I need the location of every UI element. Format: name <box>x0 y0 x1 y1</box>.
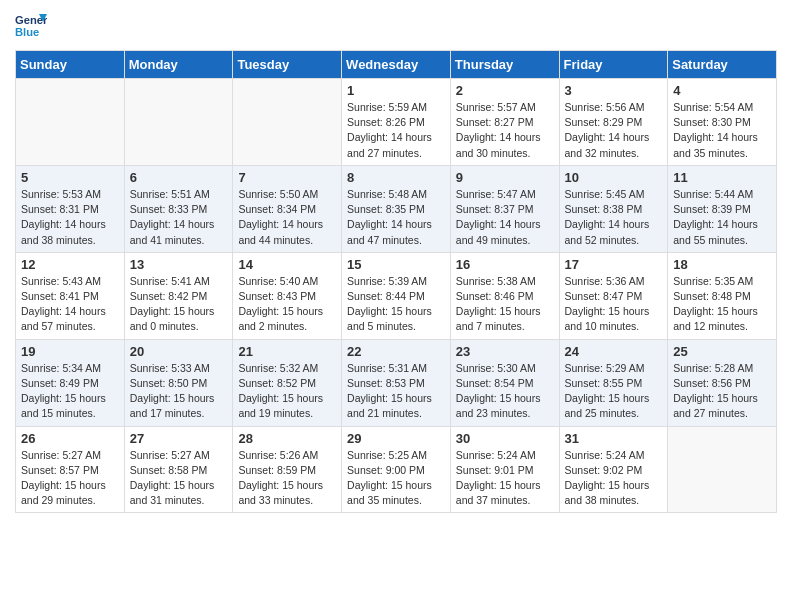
calendar-cell: 16Sunrise: 5:38 AMSunset: 8:46 PMDayligh… <box>450 252 559 339</box>
day-info: Sunrise: 5:38 AMSunset: 8:46 PMDaylight:… <box>456 274 554 335</box>
day-info: Sunrise: 5:27 AMSunset: 8:57 PMDaylight:… <box>21 448 119 509</box>
calendar-cell: 25Sunrise: 5:28 AMSunset: 8:56 PMDayligh… <box>668 339 777 426</box>
day-info: Sunrise: 5:36 AMSunset: 8:47 PMDaylight:… <box>565 274 663 335</box>
day-number: 14 <box>238 257 336 272</box>
day-number: 15 <box>347 257 445 272</box>
day-number: 13 <box>130 257 228 272</box>
calendar-cell: 3Sunrise: 5:56 AMSunset: 8:29 PMDaylight… <box>559 79 668 166</box>
day-number: 12 <box>21 257 119 272</box>
day-number: 6 <box>130 170 228 185</box>
calendar-cell: 12Sunrise: 5:43 AMSunset: 8:41 PMDayligh… <box>16 252 125 339</box>
calendar-cell: 27Sunrise: 5:27 AMSunset: 8:58 PMDayligh… <box>124 426 233 513</box>
day-info: Sunrise: 5:54 AMSunset: 8:30 PMDaylight:… <box>673 100 771 161</box>
day-of-week-header: Saturday <box>668 51 777 79</box>
day-info: Sunrise: 5:28 AMSunset: 8:56 PMDaylight:… <box>673 361 771 422</box>
day-number: 10 <box>565 170 663 185</box>
calendar-cell: 28Sunrise: 5:26 AMSunset: 8:59 PMDayligh… <box>233 426 342 513</box>
day-info: Sunrise: 5:48 AMSunset: 8:35 PMDaylight:… <box>347 187 445 248</box>
day-info: Sunrise: 5:41 AMSunset: 8:42 PMDaylight:… <box>130 274 228 335</box>
calendar-cell <box>233 79 342 166</box>
day-number: 20 <box>130 344 228 359</box>
calendar-cell: 20Sunrise: 5:33 AMSunset: 8:50 PMDayligh… <box>124 339 233 426</box>
calendar-cell: 24Sunrise: 5:29 AMSunset: 8:55 PMDayligh… <box>559 339 668 426</box>
calendar-week-row: 5Sunrise: 5:53 AMSunset: 8:31 PMDaylight… <box>16 165 777 252</box>
day-number: 11 <box>673 170 771 185</box>
day-info: Sunrise: 5:25 AMSunset: 9:00 PMDaylight:… <box>347 448 445 509</box>
svg-text:Blue: Blue <box>15 26 39 38</box>
logo: General Blue <box>15 10 47 42</box>
calendar-cell <box>124 79 233 166</box>
day-info: Sunrise: 5:32 AMSunset: 8:52 PMDaylight:… <box>238 361 336 422</box>
day-info: Sunrise: 5:24 AMSunset: 9:01 PMDaylight:… <box>456 448 554 509</box>
calendar-cell: 7Sunrise: 5:50 AMSunset: 8:34 PMDaylight… <box>233 165 342 252</box>
calendar-cell: 2Sunrise: 5:57 AMSunset: 8:27 PMDaylight… <box>450 79 559 166</box>
calendar-cell: 22Sunrise: 5:31 AMSunset: 8:53 PMDayligh… <box>342 339 451 426</box>
day-info: Sunrise: 5:34 AMSunset: 8:49 PMDaylight:… <box>21 361 119 422</box>
day-of-week-header: Sunday <box>16 51 125 79</box>
day-info: Sunrise: 5:47 AMSunset: 8:37 PMDaylight:… <box>456 187 554 248</box>
day-info: Sunrise: 5:30 AMSunset: 8:54 PMDaylight:… <box>456 361 554 422</box>
calendar-week-row: 1Sunrise: 5:59 AMSunset: 8:26 PMDaylight… <box>16 79 777 166</box>
calendar-week-row: 19Sunrise: 5:34 AMSunset: 8:49 PMDayligh… <box>16 339 777 426</box>
calendar-cell: 5Sunrise: 5:53 AMSunset: 8:31 PMDaylight… <box>16 165 125 252</box>
day-info: Sunrise: 5:56 AMSunset: 8:29 PMDaylight:… <box>565 100 663 161</box>
day-number: 24 <box>565 344 663 359</box>
calendar-header-row: SundayMondayTuesdayWednesdayThursdayFrid… <box>16 51 777 79</box>
calendar-cell: 13Sunrise: 5:41 AMSunset: 8:42 PMDayligh… <box>124 252 233 339</box>
day-info: Sunrise: 5:45 AMSunset: 8:38 PMDaylight:… <box>565 187 663 248</box>
calendar-cell: 19Sunrise: 5:34 AMSunset: 8:49 PMDayligh… <box>16 339 125 426</box>
calendar-cell <box>668 426 777 513</box>
day-number: 16 <box>456 257 554 272</box>
day-number: 30 <box>456 431 554 446</box>
day-number: 29 <box>347 431 445 446</box>
day-info: Sunrise: 5:35 AMSunset: 8:48 PMDaylight:… <box>673 274 771 335</box>
logo-icon: General Blue <box>15 10 47 42</box>
calendar-cell: 26Sunrise: 5:27 AMSunset: 8:57 PMDayligh… <box>16 426 125 513</box>
day-info: Sunrise: 5:50 AMSunset: 8:34 PMDaylight:… <box>238 187 336 248</box>
day-info: Sunrise: 5:51 AMSunset: 8:33 PMDaylight:… <box>130 187 228 248</box>
day-of-week-header: Tuesday <box>233 51 342 79</box>
calendar-cell: 21Sunrise: 5:32 AMSunset: 8:52 PMDayligh… <box>233 339 342 426</box>
day-number: 8 <box>347 170 445 185</box>
day-of-week-header: Friday <box>559 51 668 79</box>
calendar-week-row: 26Sunrise: 5:27 AMSunset: 8:57 PMDayligh… <box>16 426 777 513</box>
day-number: 27 <box>130 431 228 446</box>
day-number: 3 <box>565 83 663 98</box>
calendar-cell: 10Sunrise: 5:45 AMSunset: 8:38 PMDayligh… <box>559 165 668 252</box>
calendar-cell: 18Sunrise: 5:35 AMSunset: 8:48 PMDayligh… <box>668 252 777 339</box>
day-number: 25 <box>673 344 771 359</box>
day-number: 22 <box>347 344 445 359</box>
day-number: 21 <box>238 344 336 359</box>
day-info: Sunrise: 5:24 AMSunset: 9:02 PMDaylight:… <box>565 448 663 509</box>
calendar-table: SundayMondayTuesdayWednesdayThursdayFrid… <box>15 50 777 513</box>
calendar-cell: 9Sunrise: 5:47 AMSunset: 8:37 PMDaylight… <box>450 165 559 252</box>
calendar-cell: 8Sunrise: 5:48 AMSunset: 8:35 PMDaylight… <box>342 165 451 252</box>
day-number: 23 <box>456 344 554 359</box>
calendar-week-row: 12Sunrise: 5:43 AMSunset: 8:41 PMDayligh… <box>16 252 777 339</box>
day-number: 28 <box>238 431 336 446</box>
day-number: 26 <box>21 431 119 446</box>
calendar-cell: 6Sunrise: 5:51 AMSunset: 8:33 PMDaylight… <box>124 165 233 252</box>
day-number: 1 <box>347 83 445 98</box>
day-info: Sunrise: 5:26 AMSunset: 8:59 PMDaylight:… <box>238 448 336 509</box>
calendar-cell: 14Sunrise: 5:40 AMSunset: 8:43 PMDayligh… <box>233 252 342 339</box>
day-info: Sunrise: 5:40 AMSunset: 8:43 PMDaylight:… <box>238 274 336 335</box>
day-number: 19 <box>21 344 119 359</box>
day-info: Sunrise: 5:27 AMSunset: 8:58 PMDaylight:… <box>130 448 228 509</box>
day-number: 17 <box>565 257 663 272</box>
calendar-cell: 1Sunrise: 5:59 AMSunset: 8:26 PMDaylight… <box>342 79 451 166</box>
day-info: Sunrise: 5:43 AMSunset: 8:41 PMDaylight:… <box>21 274 119 335</box>
day-info: Sunrise: 5:31 AMSunset: 8:53 PMDaylight:… <box>347 361 445 422</box>
calendar-cell: 31Sunrise: 5:24 AMSunset: 9:02 PMDayligh… <box>559 426 668 513</box>
calendar-cell: 15Sunrise: 5:39 AMSunset: 8:44 PMDayligh… <box>342 252 451 339</box>
calendar-cell: 23Sunrise: 5:30 AMSunset: 8:54 PMDayligh… <box>450 339 559 426</box>
day-number: 4 <box>673 83 771 98</box>
page-header: General Blue <box>15 10 777 42</box>
day-number: 18 <box>673 257 771 272</box>
calendar-cell: 11Sunrise: 5:44 AMSunset: 8:39 PMDayligh… <box>668 165 777 252</box>
day-of-week-header: Monday <box>124 51 233 79</box>
day-number: 31 <box>565 431 663 446</box>
day-number: 5 <box>21 170 119 185</box>
day-info: Sunrise: 5:29 AMSunset: 8:55 PMDaylight:… <box>565 361 663 422</box>
day-info: Sunrise: 5:59 AMSunset: 8:26 PMDaylight:… <box>347 100 445 161</box>
